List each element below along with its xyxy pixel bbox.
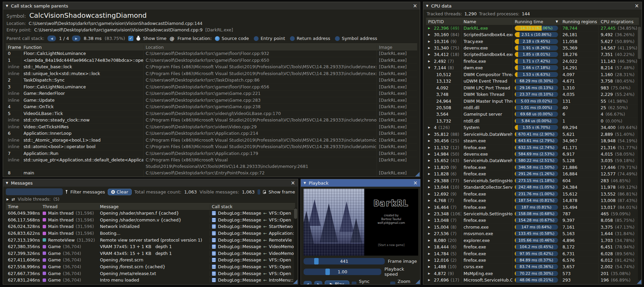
process-row[interactable]: ▶ 10,316 (9) Tracy.exe 2.18 s (9.45%) 11… bbox=[426, 38, 639, 45]
collapse-icon[interactable]: ▼ bbox=[426, 4, 428, 8]
process-row[interactable]: ▶ 27,536 (7) msvsmon.exe 133.45 ms (0.58… bbox=[426, 231, 639, 237]
function-cell[interactable]: std::chrono::steady_clock::now bbox=[21, 117, 144, 124]
process-row[interactable]: ▶ 12,016 (2) firefox.exe 84.89 ms (0.37%… bbox=[426, 257, 639, 263]
expand-icon[interactable]: ▶ bbox=[428, 33, 432, 36]
expand-icon[interactable]: ▶ bbox=[428, 192, 432, 196]
cpu-panel-titlebar[interactable]: ▼ CPU data × bbox=[423, 2, 642, 10]
running-regions-column-header[interactable]: Running regions bbox=[560, 18, 599, 25]
location-cell[interactable]: C:\Program Files (x86)\Microsoft Visual … bbox=[144, 144, 377, 150]
function-cell[interactable]: std::_Mutex_base::lock bbox=[21, 64, 144, 70]
prev-callstack-button[interactable]: ◀ bbox=[47, 35, 56, 41]
callstack-list-icon[interactable] bbox=[212, 271, 216, 276]
message-row[interactable]: 627,411,606ns Game (36,704) Opening /for… bbox=[6, 257, 295, 263]
callstack-list-icon[interactable] bbox=[212, 231, 216, 235]
location-cell[interactable]: C:\Users\wolf\Desktop\darkrl\src\game\fl… bbox=[144, 51, 377, 57]
expand-icon[interactable]: ▶ bbox=[428, 40, 432, 43]
callstack-table-row[interactable]: inline Game::Update C:\Users\wolf\Deskto… bbox=[6, 97, 417, 104]
callstack-function[interactable]: DebugLog::Message bbox=[218, 211, 261, 216]
process-row[interactable]: ▶ 23,348 (106) ServiceHub.SettingsHost 1… bbox=[426, 211, 639, 217]
callstack-function[interactable]: DebugLog::Message bbox=[218, 224, 261, 229]
callstack-list-icon[interactable] bbox=[212, 278, 216, 282]
function-cell[interactable]: Game::Update bbox=[21, 97, 144, 104]
callstack-caller[interactable]: VideoMemo bbox=[269, 244, 294, 249]
location-path[interactable]: C:\Users\wolf\Desktop\darkrl\src\game\vi… bbox=[29, 21, 202, 26]
expand-icon[interactable]: ▶ bbox=[428, 232, 432, 235]
callstack-function[interactable]: DebugLog::Message bbox=[218, 271, 261, 276]
callstack-table-row[interactable]: inline std::unique_ptr<Application,std::… bbox=[6, 157, 417, 170]
process-row[interactable]: ▶ 11,828 (6) firefox.exe 291.26 ms (1.26… bbox=[426, 171, 639, 177]
process-row[interactable]: ▶ 13,048 (7) firefox.exe 154.28 ms (0.67… bbox=[426, 217, 639, 224]
message-row[interactable]: 627,313,190ns RemoteView (31,392) Remote… bbox=[6, 236, 295, 243]
process-row[interactable]: ▶ 34,412 (18) ScriptedSandbox64.exe 1.85… bbox=[426, 52, 639, 58]
function-cell[interactable]: Application::InnerLoop bbox=[21, 130, 144, 137]
callstack-table-row[interactable]: 8 main C:\Users\wolf\Desktop\darkrl\src\… bbox=[6, 170, 417, 177]
message-row[interactable]: 626,024,328ns Main thread (31,596) Netwo… bbox=[6, 223, 295, 230]
expand-icon[interactable]: ▶ bbox=[428, 27, 432, 30]
process-row[interactable]: 24,964 DWM Master Input Threa 5.03 ms (0… bbox=[426, 98, 639, 104]
process-row[interactable]: 10,512 DWM Compositor Thread 1.53 s (6.6… bbox=[426, 71, 639, 78]
close-icon[interactable]: × bbox=[291, 181, 295, 185]
message-row[interactable]: 627,667,736ns Game (36,704) Opening /met… bbox=[6, 270, 295, 277]
process-row[interactable]: ▶ 11,820 (9) firefox.exe 346.58 ms (1.50… bbox=[426, 164, 639, 171]
expand-icon[interactable]: ▶ bbox=[428, 245, 432, 248]
callstack-function[interactable]: DebugLog::Message bbox=[218, 217, 261, 223]
message-row[interactable]: 627,380,356ns Game (36,704) VRAM 37x45: … bbox=[6, 243, 295, 250]
expand-icon[interactable]: ▶ bbox=[6, 198, 9, 201]
callstack-caller[interactable]: VideoMemo bbox=[269, 251, 294, 256]
message-row[interactable]: 627,558,996ns Game (36,704) Opening /for… bbox=[6, 263, 295, 270]
location-cell[interactable]: d:\agent\_work\63\s\src\vctools\crt\vcst… bbox=[144, 177, 377, 177]
callstack-table-row[interactable]: 7 Application::Run C:\Users\wolf\Desktop… bbox=[6, 150, 417, 157]
process-row[interactable]: ▶ 8,080 (20) explorer.exe 105.66 ms (0.4… bbox=[426, 237, 639, 244]
frame-location-radio[interactable]: Symbol address bbox=[335, 36, 377, 41]
process-row[interactable]: ▶ 4,768 (7) firefox.exe 187.54 ms (0.81%… bbox=[426, 197, 639, 204]
callstack-table-row[interactable]: inline invoke_main d:\agent\_work\63\s\s… bbox=[6, 177, 417, 177]
process-row[interactable]: ▶ 13,044 (10) StandardCollector.Servic 2… bbox=[426, 184, 639, 191]
callstack-caller[interactable]: Application: bbox=[269, 231, 294, 236]
expand-icon[interactable]: ▶ bbox=[428, 53, 432, 56]
function-cell[interactable]: std::atomic<bool>::operator bool bbox=[21, 144, 144, 150]
callstack-list-icon[interactable] bbox=[212, 264, 216, 269]
expand-icon[interactable]: ▶ bbox=[428, 146, 432, 149]
process-row[interactable]: 13,132 uDWM Event Thread 68.29 ms (0.30%… bbox=[426, 78, 639, 85]
callstack-caller[interactable]: VFS::Open bbox=[269, 217, 291, 223]
close-icon[interactable]: × bbox=[634, 3, 639, 8]
callstack-table-row[interactable]: inline std::unique_lock<std::mutex>::loc… bbox=[6, 71, 417, 77]
process-row[interactable]: 3,748 DWM Token Thread 23.37 ms (0.10%) … bbox=[426, 91, 639, 98]
callstack-table-row[interactable]: inline std::chrono::steady_clock::now C:… bbox=[6, 117, 417, 124]
location-cell[interactable]: C:\Users\wolf\Desktop\darkrl\src\game\fl… bbox=[144, 57, 377, 64]
process-row[interactable]: ▶ 14,984 (50) devenv.exe 584.69 ms (2.53… bbox=[426, 151, 639, 157]
expand-icon[interactable]: ▶ bbox=[428, 126, 432, 129]
expand-icon[interactable]: ▶ bbox=[428, 186, 432, 189]
resize-grip[interactable] bbox=[637, 279, 641, 284]
process-row[interactable]: ▶ 35,812 (88) ServiceHub.DataWarehou 670… bbox=[426, 131, 639, 138]
function-cell[interactable]: TaskDispatch::Sync bbox=[21, 77, 144, 84]
process-row[interactable]: ▶ 27,696 (17) Microsoft.ServiceHub.Co 48… bbox=[426, 277, 639, 284]
process-row[interactable]: ▼ 7,144 (8) dwm.exe 1.66 s (7.18%) 14,29… bbox=[426, 65, 639, 71]
process-row[interactable]: ▶ 12,692 (9) firefox.exe 231.76 ms (1.00… bbox=[426, 191, 639, 197]
callstack-table-row[interactable]: inline std::atomic<bool>::operator bool … bbox=[6, 144, 417, 150]
callstack-list-icon[interactable] bbox=[212, 238, 216, 242]
location-cell[interactable]: C:\Users\wolf\Desktop\darkrl\src\TaskDis… bbox=[144, 77, 377, 84]
callstack-table-row[interactable]: inline std::_Mutex_base::lock C:\Program… bbox=[6, 64, 417, 71]
location-cell[interactable]: C:\Users\wolf\Desktop\darkrl\src\game\fl… bbox=[144, 84, 377, 90]
expand-icon[interactable]: ▶ bbox=[428, 179, 432, 182]
location-cell[interactable]: C:\Users\wolf\Desktop\darkrl\src\video\V… bbox=[144, 124, 377, 130]
location-cell[interactable]: C:\Program Files (x86)\Microsoft Visual … bbox=[144, 71, 377, 77]
expand-icon[interactable]: ▼ bbox=[428, 66, 432, 69]
messages-scrollbar[interactable] bbox=[294, 208, 297, 284]
callstack-function[interactable]: DebugLog::Message bbox=[218, 231, 261, 236]
expand-icon[interactable]: ▶ bbox=[428, 206, 432, 209]
location-cell[interactable]: C:\Users\wolf\Desktop\darkrl\src\Applica… bbox=[144, 150, 377, 157]
process-row[interactable]: ▶ 15,004 (8) chrome.exe 147 ms (0.64%) 7… bbox=[426, 224, 639, 230]
function-cell[interactable]: Application::Run bbox=[21, 150, 144, 157]
expand-icon[interactable]: ▶ bbox=[428, 272, 432, 275]
expand-icon[interactable]: ▶ bbox=[428, 46, 432, 49]
process-row[interactable]: 4,092 DWM LPC Port Thread 29.16 ms (0.13… bbox=[426, 85, 639, 91]
resize-grip[interactable] bbox=[293, 279, 297, 284]
process-row[interactable]: ▶ 22,396 (49) DarkRL.exe 14.33 s (62.06%… bbox=[426, 25, 639, 31]
scrollbar-thumb[interactable] bbox=[638, 27, 641, 59]
callstack-table-row[interactable]: 1 <lambda_84a19dc444fae966ca174e83e708bd… bbox=[6, 57, 417, 64]
callstack-caller[interactable]: VFS::Open bbox=[269, 271, 291, 276]
expand-icon[interactable]: ▶ bbox=[428, 172, 432, 175]
expand-icon[interactable]: ▶ bbox=[428, 139, 432, 142]
